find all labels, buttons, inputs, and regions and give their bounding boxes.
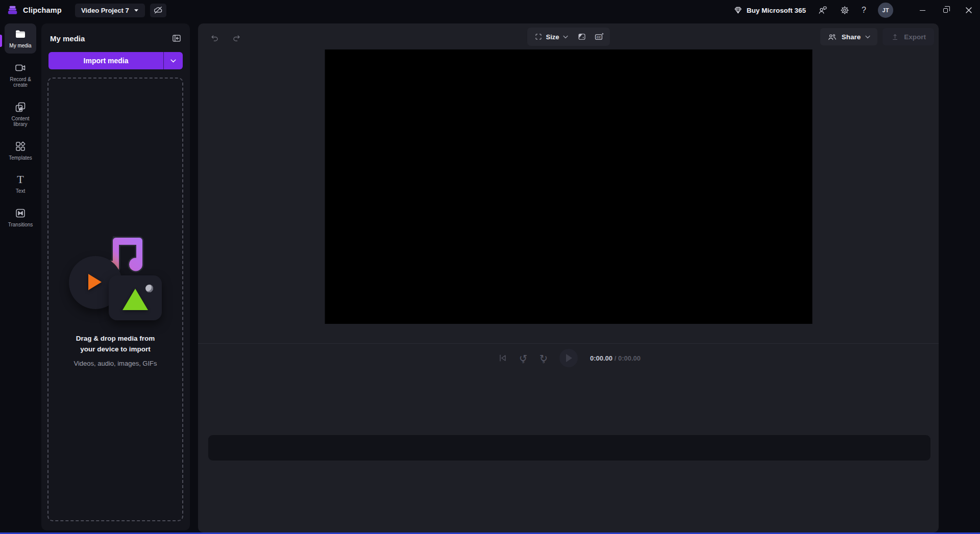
chevron-down-icon (865, 35, 870, 39)
media-illustration (62, 232, 169, 318)
buy-label: Buy Microsoft 365 (747, 7, 806, 14)
diamond-icon (733, 6, 743, 15)
history-controls (207, 31, 244, 46)
import-media-dropdown-button[interactable] (163, 52, 183, 69)
chevron-down-icon (170, 59, 176, 63)
cloud-off-icon (153, 5, 163, 15)
transitions-icon (14, 207, 27, 219)
collapse-panel-icon (172, 33, 182, 43)
feedback-icon (818, 5, 828, 15)
sidebar-item-label: Transitions (8, 222, 33, 228)
fill-color-icon (577, 32, 586, 41)
project-name: Video Project 7 (81, 7, 129, 14)
current-time: 0:00.00 (590, 354, 612, 362)
sidebar-item-label: Content library (6, 116, 35, 128)
caret-down-icon (134, 9, 139, 12)
sidebar-item-transitions[interactable]: Transitions (5, 202, 36, 233)
captions-button[interactable]: CC (591, 29, 608, 44)
my-media-panel: My media Import media (41, 23, 190, 530)
seek-forward-5s-button[interactable]: ↻ 5 (537, 351, 550, 365)
buy-microsoft-365-button[interactable]: Buy Microsoft 365 (733, 6, 806, 15)
image-mountain-graphic (122, 289, 148, 310)
sidebar-item-label: Templates (9, 155, 32, 161)
resize-frame-icon (534, 33, 542, 41)
share-button[interactable]: Share (820, 28, 878, 45)
skip-to-start-button[interactable] (496, 351, 509, 365)
background-color-button[interactable] (573, 29, 591, 44)
chevron-down-icon (563, 35, 568, 39)
collapse-panel-button[interactable] (170, 32, 183, 44)
svg-text:CC: CC (596, 36, 601, 39)
minimize-button[interactable] (911, 0, 934, 20)
export-label: Export (904, 33, 926, 41)
help-button[interactable]: ? (862, 6, 866, 15)
help-question-icon: ? (862, 6, 866, 15)
size-dropdown-button[interactable]: Size (529, 29, 573, 44)
restore-button[interactable] (934, 0, 957, 20)
play-icon (566, 354, 572, 362)
left-navigation-rail: My media Record & create Content library… (0, 20, 41, 534)
active-tab-indicator (0, 35, 2, 47)
content-library-icon (14, 101, 27, 113)
user-avatar[interactable]: JT (878, 3, 893, 18)
captions-sparkle-icon: CC (594, 32, 604, 42)
play-button[interactable] (559, 349, 578, 367)
panel-title: My media (50, 34, 85, 43)
image-sun-graphic (145, 285, 153, 292)
export-share-actions: Share Export (820, 28, 934, 45)
time-separator: / (615, 354, 617, 362)
seek-back-5s-button[interactable]: ↺ 5 (517, 351, 530, 365)
sidebar-item-text[interactable]: T Text (5, 169, 36, 199)
time-display: 0:00.00 / 0:00.00 (590, 354, 641, 362)
play-triangle-graphic (88, 274, 102, 290)
size-label: Size (546, 33, 559, 41)
export-button[interactable]: Export (883, 28, 934, 45)
dropzone-title-line2: your device to import (80, 345, 150, 353)
clipchamp-logo-icon (7, 5, 18, 16)
sidebar-item-label: Record & create (6, 77, 35, 88)
import-media-button[interactable]: Import media (48, 52, 163, 69)
video-camera-icon (14, 62, 27, 74)
seek-forward-amount: 5 (543, 360, 545, 364)
close-button[interactable] (957, 0, 980, 20)
seek-back-amount: 5 (522, 360, 524, 364)
close-icon (965, 7, 972, 14)
timeline-track[interactable] (208, 435, 930, 461)
project-name-dropdown[interactable]: Video Project 7 (75, 4, 145, 17)
restore-icon (943, 8, 948, 13)
folder-icon (14, 28, 27, 40)
titlebar-right-cluster: Buy Microsoft 365 ? JT (733, 0, 980, 20)
sidebar-item-label: My media (9, 43, 31, 49)
cloud-sync-off-button[interactable] (150, 4, 166, 17)
feedback-button[interactable] (818, 5, 828, 15)
minimize-icon (920, 10, 925, 11)
sidebar-item-my-media[interactable]: My media (5, 23, 36, 54)
redo-button[interactable] (229, 31, 244, 46)
canvas-toolbar: Size CC (527, 28, 609, 46)
sidebar-item-templates[interactable]: Templates (5, 136, 36, 166)
undo-icon (210, 33, 220, 43)
gear-icon (840, 5, 850, 15)
export-up-arrow-icon (891, 33, 899, 41)
editor-canvas-panel: Size CC (198, 23, 939, 532)
sidebar-item-content-library[interactable]: Content library (5, 96, 36, 132)
window-controls (911, 0, 980, 20)
import-media-split-button: Import media (48, 52, 183, 69)
app-logo: Clipchamp (7, 5, 62, 16)
title-bar: Clipchamp Video Project 7 Buy Microsoft … (0, 0, 980, 20)
people-icon (827, 32, 837, 42)
video-preview[interactable] (325, 49, 812, 324)
sidebar-item-record-create[interactable]: Record & create (5, 57, 36, 93)
app-name: Clipchamp (23, 6, 62, 14)
dropzone-subtitle: Videos, audio, images, GIFs (74, 360, 157, 367)
media-dropzone[interactable]: Drag & drop media from your device to im… (47, 78, 183, 521)
redo-icon (231, 33, 241, 43)
avatar-initials: JT (883, 7, 889, 13)
text-tool-icon: T (17, 173, 23, 186)
player-divider (198, 343, 939, 344)
sidebar-item-label: Text (16, 188, 25, 194)
playback-controls: ↺ 5 ↻ 5 0:00.00 / 0:00.00 (198, 346, 939, 370)
settings-button[interactable] (840, 5, 850, 15)
undo-button[interactable] (207, 31, 223, 46)
dropzone-title-line1: Drag & drop media from (76, 335, 155, 342)
